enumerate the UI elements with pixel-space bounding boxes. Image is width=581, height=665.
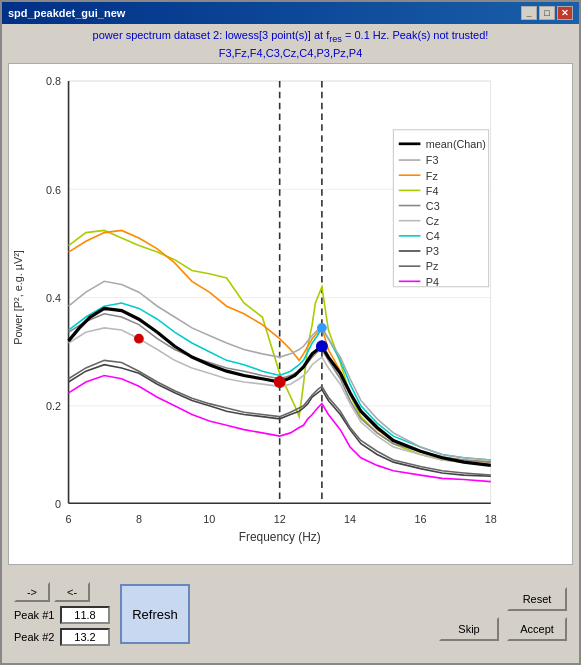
close-button[interactable]: ✕ xyxy=(557,6,573,20)
controls-row: -> <- Peak #1 Peak #2 Refresh xyxy=(8,569,573,659)
svg-text:Fz: Fz xyxy=(426,170,439,182)
title-bar: spd_peakdet_gui_new _ □ ✕ xyxy=(2,2,579,24)
svg-text:16: 16 xyxy=(414,513,426,525)
chart-title-line1: power spectrum dataset 2: lowess[3 point… xyxy=(8,28,573,46)
arrow-buttons: -> <- xyxy=(14,582,110,602)
left-controls: -> <- Peak #1 Peak #2 xyxy=(14,582,110,646)
content-area: power spectrum dataset 2: lowess[3 point… xyxy=(2,24,579,663)
svg-text:F4: F4 xyxy=(426,185,439,197)
svg-text:Frequency (Hz): Frequency (Hz) xyxy=(239,531,321,545)
svg-text:12: 12 xyxy=(274,513,286,525)
svg-text:C4: C4 xyxy=(426,231,440,243)
chart-svg: 0.8 0.6 0.4 0.2 0 6 8 10 12 14 16 18 xyxy=(9,64,572,564)
svg-text:C3: C3 xyxy=(426,200,440,212)
svg-text:0.8: 0.8 xyxy=(46,76,61,88)
svg-text:Pz: Pz xyxy=(426,261,439,273)
svg-text:F3: F3 xyxy=(426,155,439,167)
peak2-input[interactable] xyxy=(60,628,110,646)
peak-fields: Peak #1 Peak #2 xyxy=(14,606,110,646)
right-top-buttons: Reset xyxy=(507,587,567,611)
refresh-button[interactable]: Refresh xyxy=(120,584,190,644)
peak1-row: Peak #1 xyxy=(14,606,110,624)
svg-text:0.6: 0.6 xyxy=(46,184,61,196)
svg-rect-28 xyxy=(393,130,488,287)
maximize-button[interactable]: □ xyxy=(539,6,555,20)
svg-text:8: 8 xyxy=(136,513,142,525)
svg-point-27 xyxy=(318,324,327,333)
svg-text:0.4: 0.4 xyxy=(46,292,61,304)
svg-text:14: 14 xyxy=(344,513,356,525)
peak1-label: Peak #1 xyxy=(14,609,56,621)
svg-point-25 xyxy=(135,335,144,344)
right-controls: Reset Skip Accept xyxy=(439,587,567,641)
skip-button[interactable]: Skip xyxy=(439,617,499,641)
reset-button[interactable]: Reset xyxy=(507,587,567,611)
svg-text:Cz: Cz xyxy=(426,215,440,227)
chart-title-line2: F3,Fz,F4,C3,Cz,C4,P3,Pz,P4 xyxy=(8,46,573,61)
chart-plot-area: 0.8 0.6 0.4 0.2 0 6 8 10 12 14 16 18 xyxy=(8,63,573,565)
svg-text:6: 6 xyxy=(66,513,72,525)
peak1-input[interactable] xyxy=(60,606,110,624)
arrow-left-button[interactable]: <- xyxy=(54,582,90,602)
peak2-row: Peak #2 xyxy=(14,628,110,646)
svg-point-26 xyxy=(316,341,327,352)
chart-title: power spectrum dataset 2: lowess[3 point… xyxy=(8,28,573,61)
svg-text:P3: P3 xyxy=(426,246,439,258)
right-bottom-buttons: Skip Accept xyxy=(439,617,567,641)
accept-button[interactable]: Accept xyxy=(507,617,567,641)
svg-point-24 xyxy=(274,377,285,388)
peak2-label: Peak #2 xyxy=(14,631,56,643)
minimize-button[interactable]: _ xyxy=(521,6,537,20)
window-title: spd_peakdet_gui_new xyxy=(8,7,125,19)
svg-text:0: 0 xyxy=(55,498,61,510)
arrow-right-button[interactable]: -> xyxy=(14,582,50,602)
svg-text:0.2: 0.2 xyxy=(46,401,61,413)
svg-text:10: 10 xyxy=(203,513,215,525)
svg-text:P4: P4 xyxy=(426,276,439,288)
main-window: spd_peakdet_gui_new _ □ ✕ power spectrum… xyxy=(0,0,581,665)
svg-text:Power [P², e.g. µV²]: Power [P², e.g. µV²] xyxy=(12,251,24,346)
svg-text:18: 18 xyxy=(485,513,497,525)
window-controls: _ □ ✕ xyxy=(521,6,573,20)
svg-text:mean(Chan): mean(Chan) xyxy=(426,139,486,151)
